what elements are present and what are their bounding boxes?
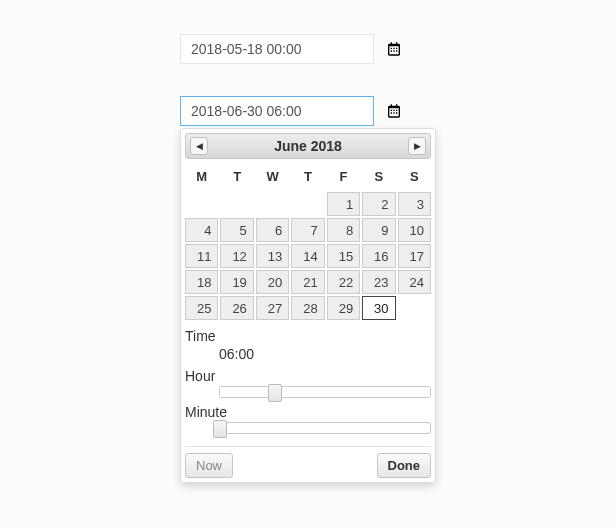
hour-slider[interactable] — [219, 386, 431, 398]
calendar-day[interactable]: 1 — [327, 192, 360, 216]
calendar-day[interactable]: 6 — [256, 218, 289, 242]
calendar-day[interactable]: 26 — [220, 296, 253, 320]
hour-slider-thumb[interactable] — [268, 384, 282, 402]
time-section: Time 06:00 Hour Minute — [185, 328, 431, 434]
calendar-day[interactable]: 20 — [256, 270, 289, 294]
calendar-day[interactable]: 5 — [220, 218, 253, 242]
calendar-day[interactable]: 4 — [185, 218, 218, 242]
minute-slider[interactable] — [219, 422, 431, 434]
datepicker-footer: Now Done — [185, 446, 431, 478]
calendar-day[interactable]: 8 — [327, 218, 360, 242]
next-month-button[interactable]: ▶ — [408, 137, 426, 155]
calendar-day[interactable]: 9 — [362, 218, 395, 242]
calendar-day[interactable]: 22 — [327, 270, 360, 294]
calendar-day[interactable]: 30 — [362, 296, 395, 320]
dow-header: T — [291, 163, 324, 190]
calendar-day[interactable]: 2 — [362, 192, 395, 216]
calendar-day[interactable]: 12 — [220, 244, 253, 268]
datepicker-header: ◀ June 2018 ▶ — [185, 133, 431, 159]
calendar-icon[interactable] — [386, 41, 402, 57]
calendar-day[interactable]: 17 — [398, 244, 431, 268]
calendar-day[interactable]: 10 — [398, 218, 431, 242]
calendar-day[interactable]: 25 — [185, 296, 218, 320]
calendar-day[interactable]: 28 — [291, 296, 324, 320]
calendar-day[interactable]: 18 — [185, 270, 218, 294]
dow-header: S — [362, 163, 395, 190]
calendar-empty-cell — [398, 296, 431, 320]
calendar-day[interactable]: 13 — [256, 244, 289, 268]
minute-slider-thumb[interactable] — [213, 420, 227, 438]
prev-month-button[interactable]: ◀ — [190, 137, 208, 155]
dow-header: M — [185, 163, 218, 190]
calendar-empty-cell — [220, 192, 253, 216]
datepicker-title[interactable]: June 2018 — [274, 138, 342, 154]
calendar-day[interactable]: 16 — [362, 244, 395, 268]
dow-header: W — [256, 163, 289, 190]
time-value: 06:00 — [219, 346, 431, 362]
calendar-day[interactable]: 19 — [220, 270, 253, 294]
date-input-start[interactable] — [180, 34, 374, 64]
date-input-end[interactable] — [180, 96, 374, 126]
time-label: Time — [185, 328, 431, 344]
calendar-day[interactable]: 7 — [291, 218, 324, 242]
calendar-day[interactable]: 23 — [362, 270, 395, 294]
hour-label: Hour — [185, 368, 431, 384]
calendar-day[interactable]: 24 — [398, 270, 431, 294]
dow-header: T — [220, 163, 253, 190]
calendar-empty-cell — [185, 192, 218, 216]
done-button[interactable]: Done — [377, 453, 432, 478]
calendar-day[interactable]: 27 — [256, 296, 289, 320]
calendar-grid: MTWTFSS 12345678910111213141516171819202… — [185, 163, 431, 320]
calendar-empty-cell — [256, 192, 289, 216]
calendar-day[interactable]: 29 — [327, 296, 360, 320]
calendar-icon[interactable] — [386, 103, 402, 119]
datepicker-popup: ◀ June 2018 ▶ MTWTFSS 123456789101112131… — [180, 128, 436, 483]
calendar-day[interactable]: 15 — [327, 244, 360, 268]
now-button[interactable]: Now — [185, 453, 233, 478]
minute-label: Minute — [185, 404, 431, 420]
calendar-day[interactable]: 3 — [398, 192, 431, 216]
calendar-empty-cell — [291, 192, 324, 216]
calendar-day[interactable]: 21 — [291, 270, 324, 294]
dow-header: S — [398, 163, 431, 190]
dow-header: F — [327, 163, 360, 190]
calendar-day[interactable]: 14 — [291, 244, 324, 268]
calendar-day[interactable]: 11 — [185, 244, 218, 268]
